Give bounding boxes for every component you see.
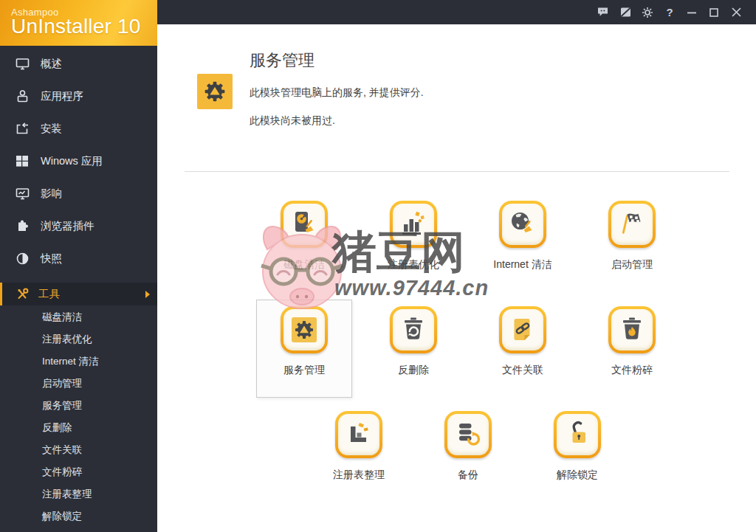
submenu-item-registry-optimizer[interactable]: 注册表优化	[0, 328, 157, 350]
app-window: ? Ashampoo UnInstaller 10 概述 应用程序	[0, 0, 756, 532]
service-manager-header-icon	[197, 74, 233, 109]
sidebar-item-applications[interactable]: 应用程序	[0, 80, 157, 112]
monitor-icon	[15, 57, 30, 71]
tool-label: 文件粉碎	[611, 364, 653, 377]
undelete-icon	[390, 306, 437, 353]
submenu-item-file-shredder[interactable]: 文件粉碎	[0, 461, 157, 483]
sidebar-item-label: 概述	[41, 57, 62, 71]
settings-gear-icon[interactable]	[636, 0, 659, 24]
tool-backup[interactable]: 备份	[413, 411, 523, 482]
sidebar-item-impact[interactable]: 影响	[0, 177, 157, 210]
startup-manager-icon	[608, 201, 656, 248]
tool-undelete[interactable]: 反删除	[359, 306, 468, 377]
sidebar-item-snapshots[interactable]: 快照	[0, 242, 157, 274]
sidebar-item-windows-apps[interactable]: Winows 应用	[0, 145, 157, 177]
tool-file-association[interactable]: 文件关联	[468, 306, 577, 377]
sidebar-item-label: 应用程序	[41, 89, 83, 103]
submenu-item-undelete[interactable]: 反删除	[0, 417, 157, 439]
internet-cleaner-icon	[499, 201, 546, 248]
minimize-icon[interactable]	[681, 0, 703, 24]
registry-defrag-icon	[335, 411, 382, 458]
tool-label: 解除锁定	[557, 469, 598, 482]
separator-line	[185, 171, 729, 172]
tools-grid-row: 磁盘清洁 注册表优化 Internet 清洁 启动管理	[250, 201, 687, 272]
sidebar-item-label: Winows 应用	[41, 154, 103, 168]
tools-submenu: 磁盘清洁 注册表优化 Internet 清洁 启动管理 服务管理 反删除 文件关…	[0, 305, 157, 528]
tool-label: 备份	[458, 469, 478, 482]
feedback-bubble-icon[interactable]	[592, 0, 614, 24]
submenu-item-startup-manager[interactable]: 启动管理	[0, 373, 157, 395]
sidebar-item-install[interactable]: 安装	[0, 112, 157, 145]
tool-startup-manager[interactable]: 启动管理	[577, 201, 687, 272]
tool-label: 启动管理	[611, 258, 653, 272]
sidebar: 概述 应用程序 安装 Winows 应用 影响	[0, 46, 157, 532]
unlock-icon	[554, 411, 601, 458]
tools-grid-row: 服务管理 反删除 文件关联 文件粉碎	[250, 306, 687, 377]
close-icon[interactable]	[725, 0, 747, 24]
install-tray-icon	[15, 122, 30, 136]
windows-logo-icon	[15, 154, 30, 168]
submenu-item-registry-defrag[interactable]: 注册表整理	[0, 483, 157, 505]
sidebar-item-label: 工具	[38, 287, 60, 301]
module-description: 此模块管理电脑上的服务, 并提供评分.	[250, 86, 424, 100]
tool-service-manager[interactable]: 服务管理	[256, 300, 352, 398]
tools-wrench-icon	[15, 287, 30, 301]
package-icon	[15, 89, 30, 103]
tool-label: 反删除	[398, 364, 429, 377]
submenu-item-service-manager[interactable]: 服务管理	[0, 395, 157, 417]
impact-monitor-icon	[15, 187, 30, 201]
tool-file-shredder[interactable]: 文件粉碎	[577, 306, 687, 377]
sidebar-item-overview[interactable]: 概述	[0, 47, 157, 80]
app-logo: Ashampoo UnInstaller 10	[0, 0, 157, 46]
tool-disk-cleaner[interactable]: 磁盘清洁	[250, 201, 359, 272]
main-content: 服务管理 此模块管理电脑上的服务, 并提供评分. 此模块尚未被用过. 磁盘清洁 …	[157, 24, 756, 532]
submenu-item-file-association[interactable]: 文件关联	[0, 439, 157, 461]
disk-cleaner-icon	[281, 201, 328, 248]
sidebar-item-tools[interactable]: 工具	[0, 283, 157, 305]
page-title: 服务管理	[250, 49, 315, 72]
tool-registry-optimizer[interactable]: 注册表优化	[359, 201, 468, 272]
sidebar-item-browser-plugins[interactable]: 浏览器插件	[0, 210, 157, 242]
maximize-icon[interactable]	[703, 0, 725, 24]
snapshot-contrast-icon	[15, 252, 30, 266]
tool-label: Internet 清洁	[493, 258, 551, 272]
sidebar-item-label: 浏览器插件	[41, 219, 94, 233]
submenu-item-disk-cleaner[interactable]: 磁盘清洁	[0, 306, 157, 328]
submenu-item-internet-cleaner[interactable]: Internet 清洁	[0, 350, 157, 373]
tool-label: 磁盘清洁	[284, 258, 325, 272]
backup-icon	[444, 411, 492, 458]
file-shredder-icon	[608, 306, 656, 353]
tool-label: 注册表整理	[333, 469, 385, 482]
tools-grid-row: 注册表整理 备份 解除锁定	[250, 411, 632, 482]
submenu-arrow-icon	[145, 291, 150, 298]
tool-registry-defrag[interactable]: 注册表整理	[304, 411, 413, 482]
tool-internet-cleaner[interactable]: Internet 清洁	[468, 201, 577, 272]
service-manager-icon	[281, 306, 328, 353]
sidebar-item-label: 影响	[41, 187, 62, 201]
submenu-item-unlock[interactable]: 解除锁定	[0, 505, 157, 528]
puzzle-icon	[15, 219, 30, 233]
tool-label: 注册表优化	[388, 258, 439, 272]
tool-label: 文件关联	[502, 364, 543, 377]
registry-optimizer-icon	[390, 201, 437, 248]
file-association-icon	[499, 306, 546, 353]
titlebar: ?	[157, 0, 756, 24]
tool-unlock[interactable]: 解除锁定	[523, 411, 632, 482]
help-icon[interactable]: ?	[659, 0, 681, 24]
tool-label: 服务管理	[284, 364, 325, 377]
sidebar-item-label: 安装	[41, 122, 62, 136]
sidebar-item-label: 快照	[41, 252, 62, 266]
module-status: 此模块尚未被用过.	[250, 114, 335, 128]
product-name: UnInstaller 10	[11, 16, 157, 37]
review-panel-icon[interactable]	[614, 0, 636, 24]
